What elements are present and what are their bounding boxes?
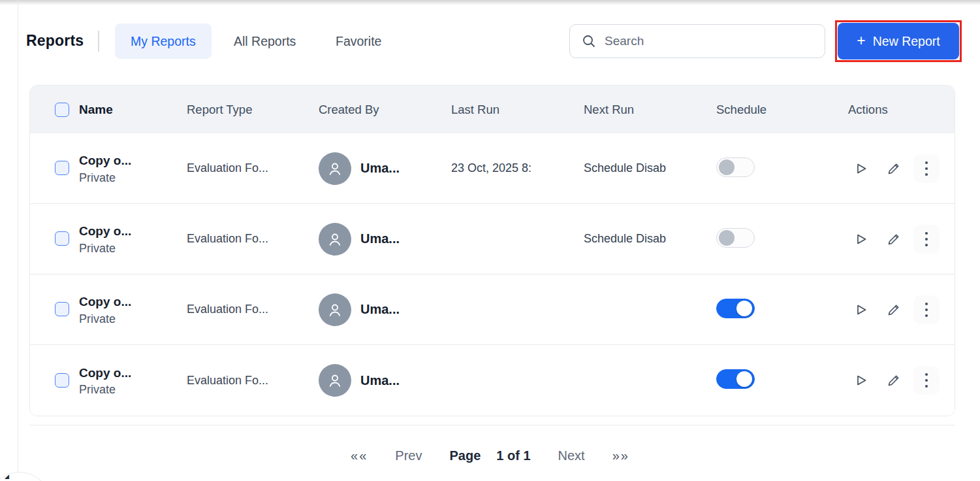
more-actions-button[interactable] bbox=[913, 154, 940, 183]
tab-my-reports[interactable]: My Reports bbox=[115, 24, 212, 59]
column-header-last-run[interactable]: Last Run bbox=[451, 103, 584, 117]
play-icon bbox=[854, 373, 868, 388]
title-divider bbox=[98, 31, 99, 52]
edit-report-button[interactable] bbox=[881, 225, 907, 254]
next-run: Schedule Disab bbox=[584, 232, 716, 246]
report-type: Evaluation Fo... bbox=[187, 161, 319, 175]
column-header-actions: Actions bbox=[848, 103, 955, 117]
search-input[interactable] bbox=[605, 34, 800, 48]
run-report-button[interactable] bbox=[848, 366, 874, 395]
pagination: «« Prev Page 1 of 1 Next »» bbox=[0, 448, 980, 463]
more-actions-button[interactable] bbox=[913, 225, 940, 254]
table-row: Copy o... Private Evaluation Fo... Uma..… bbox=[30, 345, 955, 416]
user-avatar bbox=[319, 364, 351, 397]
play-icon bbox=[854, 161, 868, 176]
kebab-menu-icon bbox=[925, 373, 928, 388]
person-icon bbox=[326, 301, 343, 318]
footer-divider bbox=[29, 425, 955, 425]
report-visibility: Private bbox=[79, 312, 131, 327]
report-visibility: Private bbox=[79, 382, 131, 397]
new-report-label: New Report bbox=[873, 34, 940, 49]
sidebar-collapse-icon: ◢ bbox=[5, 473, 9, 480]
report-name[interactable]: Copy o... bbox=[79, 222, 131, 241]
report-name[interactable]: Copy o... bbox=[79, 292, 131, 311]
edit-report-button[interactable] bbox=[881, 295, 907, 324]
table-row: Copy o... Private Evaluation Fo... Uma..… bbox=[30, 204, 955, 274]
created-by: Uma... bbox=[360, 161, 400, 176]
report-visibility: Private bbox=[79, 171, 131, 186]
person-icon bbox=[326, 160, 343, 177]
schedule-toggle[interactable] bbox=[716, 369, 755, 389]
page-indicator: Page 1 of 1 bbox=[449, 448, 530, 463]
user-avatar bbox=[319, 152, 351, 185]
first-page-button[interactable]: «« bbox=[351, 448, 368, 463]
run-report-button[interactable] bbox=[848, 295, 874, 324]
page-value: 1 of 1 bbox=[496, 448, 530, 463]
user-avatar bbox=[319, 223, 351, 256]
page-title: Reports bbox=[26, 32, 84, 50]
tab-favorite[interactable]: Favorite bbox=[320, 24, 397, 59]
last-page-button[interactable]: »» bbox=[612, 448, 629, 463]
new-report-button[interactable]: + New Report bbox=[838, 23, 959, 59]
created-by: Uma... bbox=[360, 231, 400, 246]
more-actions-button[interactable] bbox=[913, 295, 940, 324]
kebab-menu-icon bbox=[925, 231, 928, 247]
pencil-icon bbox=[887, 303, 901, 317]
top-scroll-shadow bbox=[0, 0, 980, 5]
toggle-knob bbox=[719, 159, 735, 175]
kebab-menu-icon bbox=[925, 161, 928, 176]
table-row: Copy o... Private Evaluation Fo... Uma..… bbox=[30, 274, 955, 345]
toggle-knob bbox=[736, 301, 752, 316]
created-by: Uma... bbox=[360, 373, 400, 388]
run-report-button[interactable] bbox=[848, 225, 874, 254]
page-label: Page bbox=[449, 448, 481, 463]
table-header-row: Name Report Type Created By Last Run Nex… bbox=[30, 86, 955, 133]
more-actions-button[interactable] bbox=[913, 366, 940, 395]
pencil-icon bbox=[887, 373, 901, 388]
column-header-created-by[interactable]: Created By bbox=[319, 103, 451, 117]
column-header-report-type[interactable]: Report Type bbox=[187, 103, 319, 117]
plus-icon: + bbox=[857, 32, 865, 50]
edit-report-button[interactable] bbox=[881, 154, 907, 183]
report-visibility: Private bbox=[79, 241, 131, 256]
schedule-toggle[interactable] bbox=[716, 299, 755, 318]
select-all-checkbox[interactable] bbox=[55, 103, 69, 117]
tab-all-reports[interactable]: All Reports bbox=[218, 24, 311, 59]
kebab-menu-icon bbox=[925, 302, 928, 318]
edit-report-button[interactable] bbox=[881, 366, 907, 395]
table-row: Copy o... Private Evaluation Fo... Uma..… bbox=[30, 133, 955, 204]
play-icon bbox=[854, 303, 868, 317]
toggle-knob bbox=[719, 230, 735, 246]
play-icon bbox=[854, 232, 868, 246]
search-box[interactable] bbox=[569, 24, 825, 58]
column-header-next-run[interactable]: Next Run bbox=[584, 103, 716, 117]
user-avatar bbox=[319, 293, 351, 326]
report-name[interactable]: Copy o... bbox=[79, 363, 131, 382]
column-header-name[interactable]: Name bbox=[79, 103, 113, 117]
toggle-knob bbox=[736, 371, 752, 387]
person-icon bbox=[326, 372, 343, 389]
next-run: Schedule Disab bbox=[584, 161, 716, 175]
row-checkbox[interactable] bbox=[55, 373, 69, 388]
next-page-button[interactable]: Next bbox=[558, 448, 585, 463]
created-by: Uma... bbox=[360, 302, 400, 317]
sidebar-edge-divider bbox=[18, 0, 18, 481]
pencil-icon bbox=[887, 232, 901, 246]
row-checkbox[interactable] bbox=[55, 302, 69, 316]
row-checkbox[interactable] bbox=[55, 161, 69, 175]
person-icon bbox=[326, 231, 343, 248]
search-icon bbox=[582, 34, 596, 48]
schedule-toggle[interactable] bbox=[716, 228, 755, 248]
reports-table: Name Report Type Created By Last Run Nex… bbox=[29, 85, 955, 416]
last-run: 23 Oct, 2025 8: bbox=[451, 161, 584, 175]
report-type: Evaluation Fo... bbox=[187, 303, 319, 316]
schedule-toggle[interactable] bbox=[716, 158, 755, 177]
run-report-button[interactable] bbox=[848, 154, 874, 183]
row-checkbox[interactable] bbox=[55, 231, 69, 246]
column-header-schedule[interactable]: Schedule bbox=[716, 103, 848, 117]
report-name[interactable]: Copy o... bbox=[79, 151, 131, 170]
report-type: Evaluation Fo... bbox=[187, 232, 319, 246]
prev-page-button[interactable]: Prev bbox=[395, 448, 422, 463]
report-type: Evaluation Fo... bbox=[187, 374, 319, 388]
pencil-icon bbox=[887, 161, 901, 176]
